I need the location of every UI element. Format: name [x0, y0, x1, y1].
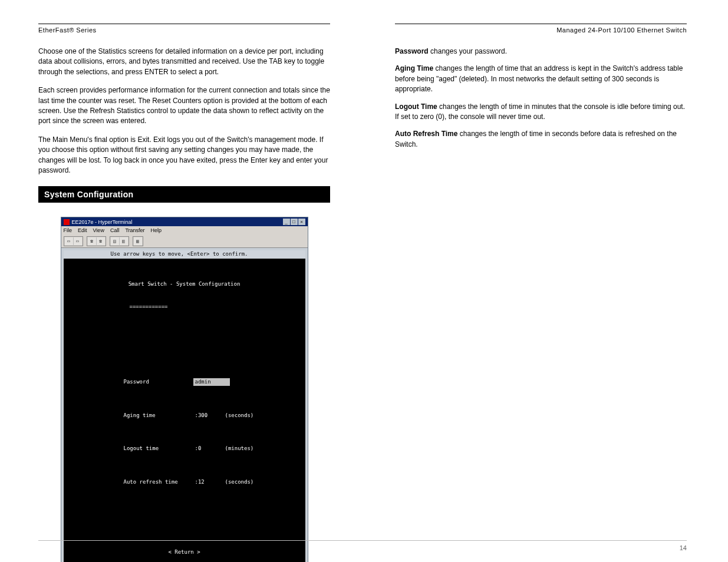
row-logout: Logout time :0 (minutes) [124, 445, 298, 452]
menu-call[interactable]: Call [110, 227, 120, 233]
minimize-icon[interactable]: _ [283, 219, 290, 225]
desc-logout-name: Logout Time [395, 103, 437, 111]
app-icon [64, 219, 70, 225]
desc-password: Password changes your password. [395, 47, 687, 57]
product-name: Managed 24-Port 10/100 Ethernet Switch [556, 27, 687, 34]
toolbar-receive-icon[interactable]: ▥ [120, 237, 128, 245]
desc-aging-text: changes the length of time that an addre… [395, 64, 683, 93]
unit-aging: (seconds) [225, 412, 254, 419]
desc-logout: Logout Time changes the length of time i… [395, 102, 687, 123]
desc-password-name: Password [395, 47, 429, 55]
row-aging: Aging time :300 (seconds) [124, 412, 298, 419]
value-logout[interactable]: :0 [193, 445, 220, 452]
terminal-frame: Use arrow keys to move, <Enter> to confi… [61, 248, 308, 562]
series-label: EtherFast® Series [38, 27, 97, 34]
toolbar-new-icon[interactable]: ▭ [65, 237, 74, 245]
unit-logout: (minutes) [225, 445, 254, 452]
screen-title-underline: ============ [130, 303, 298, 310]
value-refresh[interactable]: :12 [193, 478, 220, 486]
section-heading-bar: System Configuration [38, 186, 330, 203]
toolbar: ▭ ▭ ☎ ☎ ▤ ▥ ▦ [61, 234, 308, 248]
right-column: Managed 24-Port 10/100 Ethernet Switch P… [395, 24, 687, 157]
page: EtherFast® Series Choose one of the Stat… [0, 0, 728, 562]
desc-aging: Aging Time changes the length of time th… [395, 64, 687, 94]
row-password: Password admin [124, 378, 298, 386]
paragraph: The Main Menu's final option is Exit. Ex… [38, 135, 330, 176]
toolbar-hangup-icon[interactable]: ☎ [97, 237, 105, 245]
row-refresh: Auto refresh time :12 (seconds) [124, 478, 298, 486]
terminal[interactable]: Smart Switch - System Configuration ====… [64, 259, 305, 562]
screen-title: Smart Switch - System Configuration [71, 280, 298, 288]
window-title: EE2017e - HyperTerminal [72, 219, 133, 225]
toolbar-send-icon[interactable]: ▤ [111, 237, 120, 245]
label-aging: Aging time [124, 412, 189, 419]
value-aging[interactable]: :300 [193, 412, 220, 419]
menu-view[interactable]: View [93, 227, 104, 233]
toolbar-props-icon[interactable]: ▦ [134, 237, 142, 245]
value-password[interactable]: admin [193, 378, 230, 386]
page-footer: 14 [38, 540, 687, 551]
unit-refresh: (seconds) [225, 478, 254, 486]
left-body-text: Choose one of the Statistics screens for… [38, 47, 330, 176]
desc-aging-name: Aging Time [395, 64, 433, 72]
toolbar-call-icon[interactable]: ☎ [88, 237, 97, 245]
field-descriptions: Password changes your password. Aging Ti… [395, 47, 687, 150]
window-titlebar: EE2017e - HyperTerminal _ □ × [61, 217, 308, 226]
desc-refresh: Auto Refresh Time changes the length of … [395, 129, 687, 150]
config-fields: Password admin Aging time :300 (seconds) [124, 356, 298, 504]
desc-logout-text: changes the length of time in minutes th… [395, 103, 685, 121]
hyperterminal-window: EE2017e - HyperTerminal _ □ × File Edit … [61, 217, 308, 562]
close-icon[interactable]: × [298, 219, 305, 225]
paragraph: Choose one of the Statistics screens for… [38, 47, 330, 77]
label-logout: Logout time [124, 445, 189, 452]
label-refresh: Auto refresh time [124, 478, 189, 486]
menu-help[interactable]: Help [151, 227, 162, 233]
desc-password-text: changes your password. [429, 47, 507, 55]
terminal-hint: Use arrow keys to move, <Enter> to confi… [64, 250, 305, 259]
menu-edit[interactable]: Edit [78, 227, 87, 233]
paragraph: Each screen provides performance informa… [38, 85, 330, 127]
left-column: EtherFast® Series Choose one of the Stat… [38, 24, 330, 562]
left-column-header: EtherFast® Series [38, 24, 330, 34]
toolbar-open-icon[interactable]: ▭ [74, 237, 82, 245]
label-password: Password [124, 378, 189, 386]
maximize-icon[interactable]: □ [291, 219, 298, 225]
menu-bar: File Edit View Call Transfer Help [61, 226, 308, 234]
right-column-header: Managed 24-Port 10/100 Ethernet Switch [395, 24, 687, 34]
menu-file[interactable]: File [64, 227, 73, 233]
desc-refresh-name: Auto Refresh Time [395, 130, 457, 138]
page-number: 14 [680, 544, 687, 551]
menu-transfer[interactable]: Transfer [125, 227, 144, 233]
hyperterminal-screenshot: EE2017e - HyperTerminal _ □ × File Edit … [61, 217, 308, 562]
